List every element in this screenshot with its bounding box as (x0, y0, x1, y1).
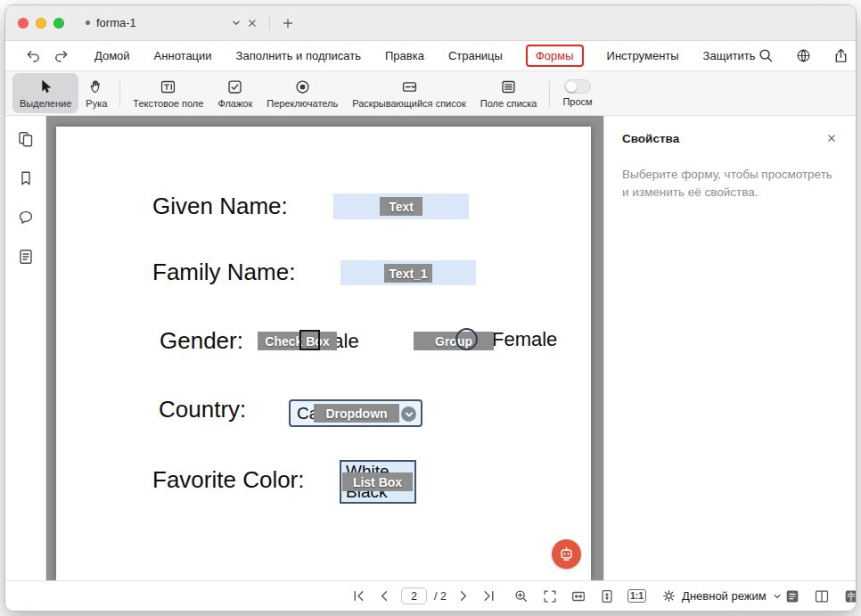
main-area: Given Name: Text Family Name: Text_1 Gen… (5, 116, 856, 580)
next-page-icon[interactable] (454, 587, 472, 605)
family-name-text-field[interactable]: Text_1 (340, 260, 476, 285)
document-area[interactable]: Given Name: Text Family Name: Text_1 Gen… (46, 116, 603, 580)
fit-screen-icon[interactable] (540, 587, 560, 606)
tab-bar: forma-1 (5, 5, 856, 41)
fit-page-icon[interactable] (597, 587, 617, 606)
continuous-view-icon[interactable] (841, 587, 857, 606)
tool-hand[interactable]: Рука (78, 73, 114, 113)
field-name-tag: Check Box (258, 332, 337, 350)
tool-label: Поле списка (480, 98, 537, 109)
menubar-right-icons (756, 45, 857, 66)
first-page-icon[interactable] (349, 587, 368, 605)
tab-edit[interactable]: Правка (385, 49, 424, 62)
tab-fill-sign[interactable]: Заполнить и подписать (236, 49, 361, 62)
ai-assistant-button[interactable] (552, 539, 581, 569)
properties-header: Свойства (622, 130, 840, 146)
last-page-icon[interactable] (480, 587, 498, 605)
share-icon[interactable] (831, 45, 851, 66)
zoom-controls: 1:1 (512, 587, 648, 606)
pdf-page: Given Name: Text Family Name: Text_1 Gen… (56, 127, 591, 580)
tool-text-field[interactable]: Текстовое поле (126, 73, 210, 113)
preview-toggle[interactable] (564, 79, 591, 94)
zoom-window-button[interactable] (53, 18, 64, 29)
female-option-label: Female (492, 328, 557, 351)
tool-label: Рука (86, 98, 107, 109)
male-checkbox[interactable] (299, 330, 320, 350)
new-tab-button[interactable] (279, 14, 297, 32)
bookmarks-icon[interactable] (13, 166, 38, 193)
two-page-view-icon[interactable] (812, 587, 832, 606)
field-name-tag: Text (380, 197, 422, 216)
redo-button[interactable] (52, 46, 71, 66)
close-panel-icon[interactable] (824, 130, 840, 146)
unsaved-indicator (86, 21, 90, 25)
cursor-icon (37, 78, 53, 95)
tab-home[interactable]: Домой (94, 49, 130, 62)
comments-icon[interactable] (13, 205, 38, 233)
robot-icon (558, 546, 575, 563)
sun-icon (661, 588, 676, 604)
zoom-in-icon[interactable] (512, 587, 531, 606)
minimize-window-button[interactable] (36, 18, 46, 29)
tool-listbox[interactable]: Поле списка (473, 73, 545, 113)
tool-dropdown[interactable]: Раскрывающийся список (345, 73, 473, 113)
close-window-button[interactable] (18, 18, 29, 29)
tab-pages[interactable]: Страницы (448, 49, 503, 62)
dropdown-chevron-icon[interactable] (401, 407, 416, 422)
annotations-summary-icon[interactable] (13, 244, 38, 272)
properties-empty-message: Выберите форму, чтобы просмотреть и изме… (622, 166, 838, 201)
actual-size-label: 1:1 (627, 589, 646, 603)
toolbar-divider (549, 80, 550, 107)
field-name-tag: Text_1 (384, 264, 432, 283)
tab-dropdown-chevron-icon[interactable] (228, 15, 244, 31)
family-name-label: Family Name: (152, 259, 295, 286)
tool-label: Переключатель (266, 98, 338, 109)
field-name-tag: Dropdown (314, 404, 399, 423)
tool-radio[interactable]: Переключатель (259, 73, 345, 113)
toggle-knob (566, 81, 577, 92)
checkbox-icon (226, 78, 243, 95)
list-box-icon (500, 78, 517, 95)
tab-annotations[interactable]: Аннотации (154, 49, 212, 62)
female-radio-button[interactable] (455, 328, 478, 350)
close-tab-icon[interactable] (244, 15, 260, 31)
tool-label: Просм (562, 96, 592, 107)
tool-label: Флажок (217, 98, 252, 109)
text-field-icon (160, 78, 176, 95)
globe-icon[interactable] (793, 45, 814, 66)
ribbon-tabs: Домой Аннотации Заполнить и подписать Пр… (94, 49, 756, 62)
search-icon[interactable] (756, 45, 776, 66)
previous-page-icon[interactable] (375, 587, 394, 605)
given-name-label: Given Name: (152, 193, 288, 220)
actual-size-button[interactable]: 1:1 (626, 587, 648, 604)
single-page-view-icon[interactable] (783, 587, 802, 606)
properties-title: Свойства (622, 132, 679, 145)
status-bar: / 2 1:1 (5, 580, 856, 611)
field-name-tag: List Box (342, 472, 413, 491)
given-name-text-field[interactable]: Text (333, 193, 469, 219)
fit-width-icon[interactable] (569, 587, 588, 606)
page-number-input[interactable] (401, 587, 427, 604)
page-total-label: / 2 (434, 590, 447, 603)
tool-checkbox[interactable]: Флажок (210, 73, 259, 113)
toolbar-divider (119, 80, 120, 107)
tab-tools[interactable]: Инструменты (607, 49, 679, 62)
left-sidebar (5, 116, 46, 580)
undo-button[interactable] (23, 46, 43, 66)
page-thumbnails-icon[interactable] (13, 127, 38, 154)
chevron-down-icon (772, 591, 783, 602)
tool-select[interactable]: Выделение (12, 73, 78, 113)
document-tab[interactable]: forma-1 (86, 15, 260, 31)
main-menubar: Домой Аннотации Заполнить и подписать Пр… (5, 41, 856, 71)
forms-toolbar: Выделение Рука Текстовое поле Флажок Пе (5, 71, 856, 116)
country-dropdown[interactable]: Canada Dropdown (289, 399, 422, 427)
radio-button-icon (294, 78, 311, 95)
view-mode-selector[interactable]: Дневной режим (661, 588, 783, 604)
tool-label: Выделение (20, 98, 71, 109)
tab-protect[interactable]: Защитить (703, 49, 756, 62)
favorite-color-listbox[interactable]: White Black List Box (340, 460, 416, 504)
tool-label: Раскрывающийся список (352, 98, 466, 109)
tab-forms[interactable]: Формы (526, 45, 584, 67)
page-view-modes (783, 587, 857, 606)
hand-icon (88, 78, 104, 95)
